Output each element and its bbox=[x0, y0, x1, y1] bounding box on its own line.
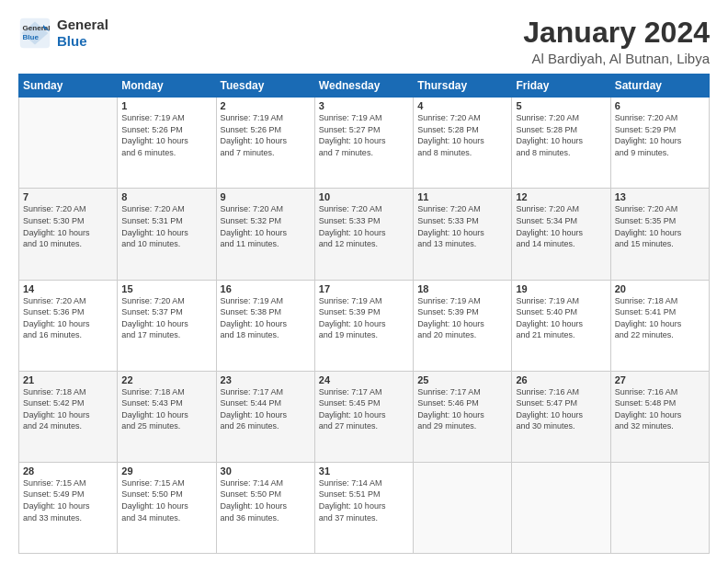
day-number: 19 bbox=[516, 283, 606, 294]
calendar-title: January 2024 bbox=[523, 17, 710, 49]
day-cell: 28Sunrise: 7:15 AM Sunset: 5:49 PM Dayli… bbox=[19, 462, 118, 553]
day-cell: 20Sunrise: 7:18 AM Sunset: 5:41 PM Dayli… bbox=[610, 280, 709, 371]
day-number: 13 bbox=[615, 191, 705, 202]
day-number: 9 bbox=[221, 191, 311, 202]
day-number: 18 bbox=[417, 283, 507, 294]
day-cell: 10Sunrise: 7:20 AM Sunset: 5:33 PM Dayli… bbox=[314, 189, 413, 280]
day-cell: 1Sunrise: 7:19 AM Sunset: 5:26 PM Daylig… bbox=[118, 98, 216, 189]
day-cell: 18Sunrise: 7:19 AM Sunset: 5:39 PM Dayli… bbox=[414, 280, 512, 371]
day-cell: 9Sunrise: 7:20 AM Sunset: 5:32 PM Daylig… bbox=[216, 189, 314, 280]
header: General Blue General Blue January 2024 A… bbox=[18, 17, 710, 66]
day-info: Sunrise: 7:20 AM Sunset: 5:32 PM Dayligh… bbox=[221, 203, 311, 249]
day-cell: 17Sunrise: 7:19 AM Sunset: 5:39 PM Dayli… bbox=[314, 280, 413, 371]
day-cell: 11Sunrise: 7:20 AM Sunset: 5:33 PM Dayli… bbox=[414, 189, 512, 280]
week-row-2: 7Sunrise: 7:20 AM Sunset: 5:30 PM Daylig… bbox=[19, 189, 710, 280]
day-cell: 24Sunrise: 7:17 AM Sunset: 5:45 PM Dayli… bbox=[314, 371, 413, 462]
day-cell: 26Sunrise: 7:16 AM Sunset: 5:47 PM Dayli… bbox=[512, 371, 610, 462]
day-info: Sunrise: 7:17 AM Sunset: 5:46 PM Dayligh… bbox=[417, 386, 507, 432]
day-number: 2 bbox=[221, 100, 311, 111]
day-number: 12 bbox=[516, 191, 606, 202]
day-number: 30 bbox=[221, 465, 311, 477]
day-cell: 25Sunrise: 7:17 AM Sunset: 5:46 PM Dayli… bbox=[414, 371, 512, 462]
page: General Blue General Blue January 2024 A… bbox=[0, 0, 728, 563]
week-row-1: 1Sunrise: 7:19 AM Sunset: 5:26 PM Daylig… bbox=[19, 98, 710, 189]
day-info: Sunrise: 7:18 AM Sunset: 5:43 PM Dayligh… bbox=[121, 386, 211, 432]
day-cell: 4Sunrise: 7:20 AM Sunset: 5:28 PM Daylig… bbox=[414, 98, 512, 189]
col-friday: Friday bbox=[512, 75, 610, 98]
day-cell: 14Sunrise: 7:20 AM Sunset: 5:36 PM Dayli… bbox=[19, 280, 118, 371]
day-number: 5 bbox=[516, 100, 606, 111]
day-info: Sunrise: 7:15 AM Sunset: 5:50 PM Dayligh… bbox=[121, 477, 211, 523]
title-block: January 2024 Al Bardiyah, Al Butnan, Lib… bbox=[523, 17, 710, 66]
day-number: 25 bbox=[417, 374, 507, 385]
col-thursday: Thursday bbox=[414, 75, 512, 98]
day-cell: 6Sunrise: 7:20 AM Sunset: 5:29 PM Daylig… bbox=[610, 98, 709, 189]
day-info: Sunrise: 7:20 AM Sunset: 5:30 PM Dayligh… bbox=[23, 203, 113, 249]
day-info: Sunrise: 7:19 AM Sunset: 5:39 PM Dayligh… bbox=[417, 295, 507, 341]
day-info: Sunrise: 7:16 AM Sunset: 5:47 PM Dayligh… bbox=[516, 386, 606, 432]
day-info: Sunrise: 7:19 AM Sunset: 5:40 PM Dayligh… bbox=[516, 295, 606, 341]
day-info: Sunrise: 7:14 AM Sunset: 5:50 PM Dayligh… bbox=[221, 477, 311, 523]
day-info: Sunrise: 7:19 AM Sunset: 5:39 PM Dayligh… bbox=[319, 295, 409, 341]
day-info: Sunrise: 7:18 AM Sunset: 5:41 PM Dayligh… bbox=[615, 295, 705, 341]
day-info: Sunrise: 7:17 AM Sunset: 5:44 PM Dayligh… bbox=[221, 386, 311, 432]
logo: General Blue General Blue bbox=[18, 17, 108, 50]
day-number: 17 bbox=[319, 283, 409, 294]
day-info: Sunrise: 7:20 AM Sunset: 5:36 PM Dayligh… bbox=[23, 295, 113, 341]
day-cell: 30Sunrise: 7:14 AM Sunset: 5:50 PM Dayli… bbox=[216, 462, 314, 553]
day-cell: 31Sunrise: 7:14 AM Sunset: 5:51 PM Dayli… bbox=[314, 462, 413, 553]
day-number: 29 bbox=[121, 465, 211, 477]
day-info: Sunrise: 7:18 AM Sunset: 5:42 PM Dayligh… bbox=[23, 386, 113, 432]
day-cell: 2Sunrise: 7:19 AM Sunset: 5:26 PM Daylig… bbox=[216, 98, 314, 189]
day-number: 21 bbox=[23, 374, 113, 385]
day-number: 7 bbox=[23, 191, 113, 202]
day-cell: 19Sunrise: 7:19 AM Sunset: 5:40 PM Dayli… bbox=[512, 280, 610, 371]
day-number: 6 bbox=[615, 100, 705, 111]
day-cell: 29Sunrise: 7:15 AM Sunset: 5:50 PM Dayli… bbox=[118, 462, 216, 553]
day-number: 23 bbox=[221, 374, 311, 385]
day-number: 8 bbox=[121, 191, 211, 202]
day-info: Sunrise: 7:20 AM Sunset: 5:28 PM Dayligh… bbox=[516, 112, 606, 158]
day-number: 4 bbox=[417, 100, 507, 111]
calendar-table: Sunday Monday Tuesday Wednesday Thursday… bbox=[18, 74, 710, 554]
day-number: 27 bbox=[615, 374, 705, 385]
day-info: Sunrise: 7:20 AM Sunset: 5:37 PM Dayligh… bbox=[121, 295, 211, 341]
day-cell: 8Sunrise: 7:20 AM Sunset: 5:31 PM Daylig… bbox=[118, 189, 216, 280]
day-cell: 22Sunrise: 7:18 AM Sunset: 5:43 PM Dayli… bbox=[118, 371, 216, 462]
day-cell bbox=[19, 98, 118, 189]
day-number: 15 bbox=[121, 283, 211, 294]
logo-icon: General Blue bbox=[18, 17, 51, 50]
day-info: Sunrise: 7:16 AM Sunset: 5:48 PM Dayligh… bbox=[615, 386, 705, 432]
col-wednesday: Wednesday bbox=[314, 75, 413, 98]
day-number: 1 bbox=[121, 100, 211, 111]
day-cell bbox=[610, 462, 709, 553]
day-info: Sunrise: 7:19 AM Sunset: 5:26 PM Dayligh… bbox=[221, 112, 311, 158]
day-info: Sunrise: 7:20 AM Sunset: 5:33 PM Dayligh… bbox=[319, 203, 409, 249]
day-cell: 12Sunrise: 7:20 AM Sunset: 5:34 PM Dayli… bbox=[512, 189, 610, 280]
week-row-3: 14Sunrise: 7:20 AM Sunset: 5:36 PM Dayli… bbox=[19, 280, 710, 371]
day-info: Sunrise: 7:20 AM Sunset: 5:29 PM Dayligh… bbox=[615, 112, 705, 158]
day-info: Sunrise: 7:20 AM Sunset: 5:31 PM Dayligh… bbox=[121, 203, 211, 249]
day-cell bbox=[512, 462, 610, 553]
day-number: 28 bbox=[23, 465, 113, 477]
day-info: Sunrise: 7:19 AM Sunset: 5:26 PM Dayligh… bbox=[121, 112, 211, 158]
day-number: 24 bbox=[319, 374, 409, 385]
day-cell: 15Sunrise: 7:20 AM Sunset: 5:37 PM Dayli… bbox=[118, 280, 216, 371]
day-info: Sunrise: 7:20 AM Sunset: 5:33 PM Dayligh… bbox=[417, 203, 507, 249]
day-cell: 13Sunrise: 7:20 AM Sunset: 5:35 PM Dayli… bbox=[610, 189, 709, 280]
day-number: 11 bbox=[417, 191, 507, 202]
col-monday: Monday bbox=[118, 75, 216, 98]
day-info: Sunrise: 7:14 AM Sunset: 5:51 PM Dayligh… bbox=[319, 477, 409, 523]
week-row-4: 21Sunrise: 7:18 AM Sunset: 5:42 PM Dayli… bbox=[19, 371, 710, 462]
day-info: Sunrise: 7:20 AM Sunset: 5:28 PM Dayligh… bbox=[417, 112, 507, 158]
logo-general: General bbox=[57, 17, 108, 33]
day-number: 20 bbox=[615, 283, 705, 294]
day-cell: 21Sunrise: 7:18 AM Sunset: 5:42 PM Dayli… bbox=[19, 371, 118, 462]
day-cell: 16Sunrise: 7:19 AM Sunset: 5:38 PM Dayli… bbox=[216, 280, 314, 371]
day-number: 16 bbox=[221, 283, 311, 294]
day-info: Sunrise: 7:20 AM Sunset: 5:34 PM Dayligh… bbox=[516, 203, 606, 249]
day-number: 26 bbox=[516, 374, 606, 385]
col-tuesday: Tuesday bbox=[216, 75, 314, 98]
col-sunday: Sunday bbox=[19, 75, 118, 98]
day-cell: 3Sunrise: 7:19 AM Sunset: 5:27 PM Daylig… bbox=[314, 98, 413, 189]
